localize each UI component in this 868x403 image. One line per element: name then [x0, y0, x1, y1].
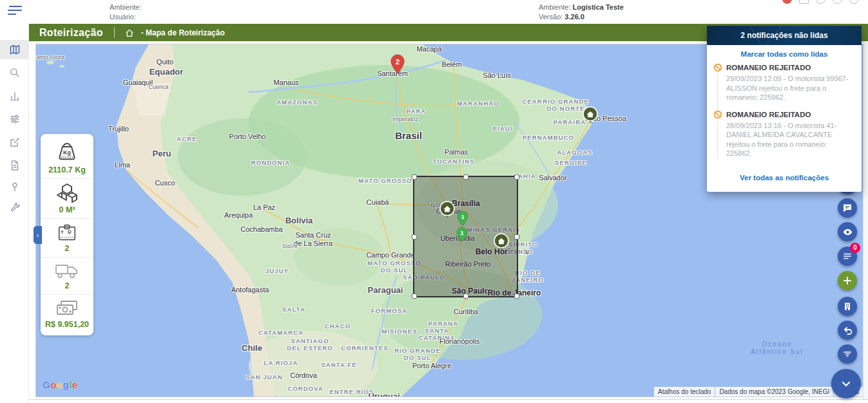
- notification-item[interactable]: ROMANEIO REJEITADO 28/09/2023 13:16 - O …: [713, 110, 855, 166]
- route-summary-panel: ‹ Kg 2110.7 Kg 0 M³ 2: [41, 134, 93, 335]
- sidebar-item-edit[interactable]: [0, 133, 29, 152]
- home-icon[interactable]: [124, 28, 135, 38]
- bar-chart-icon: [9, 90, 21, 102]
- gear-icon[interactable]: [833, 0, 842, 4]
- filter-icon: [842, 349, 853, 359]
- blocked-icon: [713, 110, 722, 122]
- usuario-label: Usuário:: [110, 13, 136, 21]
- notification-title: ROMANEIO REJEITADO: [726, 63, 854, 72]
- search-icon: [9, 67, 21, 79]
- stat-volume: 0 M³: [41, 178, 93, 218]
- selection-handle[interactable]: [463, 174, 468, 180]
- page-title: Roteirização: [39, 27, 103, 39]
- cubes-icon: [54, 182, 80, 204]
- stat-weight-value: 2110.7 Kg: [48, 165, 86, 174]
- notification-item[interactable]: ROMANEIO REJEITADO 29/09/2023 12:09 - O …: [713, 63, 855, 110]
- chat-button[interactable]: [838, 198, 857, 218]
- ambiente-label: Ambiente:: [110, 3, 142, 11]
- marker-stop-1b[interactable]: 1: [456, 227, 468, 245]
- notifications-list: ROMANEIO REJEITADO 29/09/2023 12:09 - O …: [713, 63, 855, 166]
- google-logo: Google: [43, 379, 78, 390]
- truck-icon: [53, 261, 81, 280]
- add-button[interactable]: [838, 271, 857, 290]
- sidebar-item-reports[interactable]: [0, 86, 29, 106]
- blocked-icon: [713, 63, 722, 75]
- left-sidebar: [0, 24, 29, 403]
- marker-depot-belo-horizonte[interactable]: [493, 233, 510, 256]
- sidebar-item-documents[interactable]: [0, 156, 29, 175]
- chevron-down-icon: [839, 377, 853, 391]
- stat-orders-value: 2: [65, 244, 70, 253]
- sidebar-item-search[interactable]: [0, 63, 29, 82]
- selection-handle[interactable]: [514, 294, 520, 299]
- sidebar-item-map[interactable]: [0, 40, 29, 59]
- stat-value-value: R$ 9.951,20: [45, 320, 89, 329]
- page-scrollbar-track[interactable]: [863, 24, 868, 403]
- environment-values: Ambiente: Logística Teste Versão: 3.26.0: [539, 3, 624, 22]
- notification-title: ROMANEIO REJEITADO: [726, 110, 854, 119]
- stat-weight: Kg 2110.7 Kg: [41, 138, 93, 178]
- selection-handle[interactable]: [463, 294, 468, 299]
- keyboard-shortcuts-link[interactable]: Atalhos do teclado: [654, 387, 715, 397]
- version-value: 3.26.0: [564, 13, 584, 21]
- eye-icon: [842, 227, 853, 238]
- view-all-notifications-link[interactable]: Ver todas as notificações: [707, 169, 862, 185]
- undo-icon: [842, 325, 853, 336]
- chat-icon: [842, 203, 853, 213]
- undo-button[interactable]: [838, 321, 857, 340]
- stat-orders: 2: [41, 218, 93, 257]
- visibility-button[interactable]: [838, 222, 857, 241]
- bell-icon[interactable]: [816, 0, 825, 4]
- collapse-panel-button[interactable]: ‹: [34, 226, 42, 244]
- selection-handle[interactable]: [412, 234, 418, 239]
- mark-all-read-link[interactable]: Marcar todas como lidas: [707, 45, 862, 62]
- plus-icon: [842, 276, 853, 286]
- stat-vehicles: 2: [41, 257, 93, 294]
- filter-button[interactable]: [838, 344, 857, 364]
- sliders-icon: [9, 113, 21, 125]
- deliveries-button[interactable]: [838, 297, 857, 316]
- divider: [114, 27, 115, 38]
- marker-santarem-2[interactable]: 2: [390, 54, 405, 77]
- top-header: Ambiente: Usuário: Ambiente: Logística T…: [0, 0, 868, 24]
- map-icon: [9, 44, 21, 55]
- route-list-button[interactable]: 0: [838, 247, 857, 266]
- notifications-panel: 2 notificações não lidas Marcar todas co…: [707, 26, 862, 192]
- bottom-edge: [0, 399, 868, 403]
- weight-icon: Kg: [53, 141, 81, 164]
- marker-depot-goiania[interactable]: [439, 201, 456, 223]
- menu-button[interactable]: [8, 6, 23, 17]
- svg-text:1: 1: [461, 214, 464, 220]
- sidebar-item-tools[interactable]: [0, 198, 29, 217]
- selection-handle[interactable]: [412, 174, 418, 180]
- notifications-count-title: 2 notificações não lidas: [740, 31, 827, 40]
- environment-labels: Ambiente: Usuário:: [110, 3, 142, 22]
- app-page: Ambiente: Usuário: Ambiente: Logística T…: [0, 0, 868, 403]
- env-value: Logística Teste: [573, 3, 624, 11]
- svg-text:Kg: Kg: [63, 149, 71, 156]
- selection-handle[interactable]: [514, 234, 520, 239]
- map-data-copyright: Dados do mapa ©2023 Google, INEGI: [715, 387, 833, 397]
- stat-volume-value: 0 M³: [59, 205, 75, 214]
- collapse-buttons-button[interactable]: [831, 369, 861, 398]
- selection-handle[interactable]: [412, 294, 418, 299]
- apps-icon[interactable]: [799, 0, 809, 4]
- wrench-icon: [9, 202, 21, 213]
- breadcrumb: - Mapa de Roteirização: [141, 28, 225, 37]
- flag-icon[interactable]: [782, 0, 792, 4]
- sidebar-item-filters[interactable]: [0, 109, 29, 129]
- marker-depot-joao-pessoa[interactable]: [582, 106, 599, 129]
- notifications-footer: Ver todas as notificações: [707, 166, 862, 192]
- user-icon[interactable]: [849, 0, 859, 4]
- notification-text: 29/09/2023 12:09 - O motorista 99967-ALI…: [726, 74, 854, 102]
- building-icon: [842, 301, 853, 312]
- top-right-icons: [782, 0, 859, 7]
- svg-text:2: 2: [396, 57, 400, 66]
- document-icon: [9, 160, 21, 171]
- env-label: Ambiente:: [539, 3, 573, 11]
- sidebar-item-locations[interactable]: [0, 177, 29, 196]
- selection-handle[interactable]: [514, 174, 520, 180]
- stat-value: R$ 9.951,20: [41, 294, 93, 333]
- notifications-header: 2 notificações não lidas: [707, 26, 862, 45]
- route-list-badge: 0: [850, 243, 860, 253]
